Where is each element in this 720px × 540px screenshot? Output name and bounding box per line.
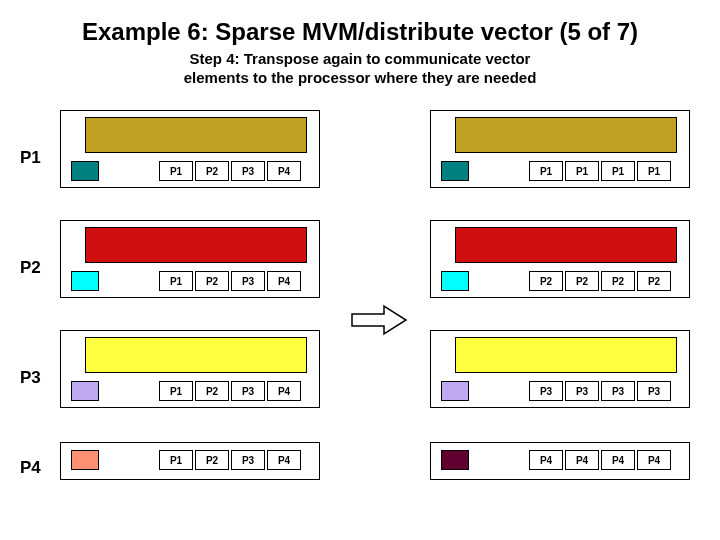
right-panel-p1: P1 P1 P1 P1 (430, 110, 690, 188)
cell: P4 (267, 450, 301, 470)
cell-row: P1 P1 P1 P1 (441, 161, 683, 183)
left-panel-p4: P1 P2 P3 P4 (60, 442, 320, 480)
chip-p3 (441, 381, 469, 401)
cell-row: P4 P4 P4 P4 (441, 450, 683, 472)
row-label-p4: P4 (20, 458, 41, 478)
cell: P1 (159, 381, 193, 401)
slide-title: Example 6: Sparse MVM/distribute vector … (0, 18, 720, 46)
cell: P1 (159, 271, 193, 291)
cell-row: P1 P2 P3 P4 (71, 161, 313, 183)
chip-p3 (71, 381, 99, 401)
big-bar-p1-right (455, 117, 677, 153)
cell: P3 (231, 161, 265, 181)
chip-p2 (441, 271, 469, 291)
cell: P4 (529, 450, 563, 470)
cell: P2 (195, 450, 229, 470)
cell: P1 (529, 161, 563, 181)
cell: P4 (565, 450, 599, 470)
cell: P4 (637, 450, 671, 470)
right-panel-p2: P2 P2 P2 P2 (430, 220, 690, 298)
big-bar-p3-right (455, 337, 677, 373)
cell: P4 (601, 450, 635, 470)
cell: P3 (637, 381, 671, 401)
row-label-p1: P1 (20, 148, 41, 168)
chip-p2 (71, 271, 99, 291)
cell: P2 (195, 161, 229, 181)
subtitle-line-2: elements to the processor where they are… (184, 69, 537, 86)
big-bar-p1-left (85, 117, 307, 153)
right-panel-p3: P3 P3 P3 P3 (430, 330, 690, 408)
cell-row: P1 P2 P3 P4 (71, 450, 313, 472)
cell: P4 (267, 381, 301, 401)
right-panel-p4: P4 P4 P4 P4 (430, 442, 690, 480)
row-label-p2: P2 (20, 258, 41, 278)
cell: P2 (637, 271, 671, 291)
cell: P3 (231, 450, 265, 470)
cell: P1 (601, 161, 635, 181)
cell: P2 (565, 271, 599, 291)
chip-p4 (71, 450, 99, 470)
big-bar-p2-left (85, 227, 307, 263)
big-bar-p3-left (85, 337, 307, 373)
cell-row: P2 P2 P2 P2 (441, 271, 683, 293)
row-label-p3: P3 (20, 368, 41, 388)
cell-row: P1 P2 P3 P4 (71, 381, 313, 403)
arrow-icon (350, 300, 410, 340)
left-panel-p2: P1 P2 P3 P4 (60, 220, 320, 298)
subtitle-line-1: Step 4: Transpose again to communicate v… (190, 50, 531, 67)
cell: P1 (159, 161, 193, 181)
cell: P1 (565, 161, 599, 181)
chip-p4 (441, 450, 469, 470)
cell: P3 (565, 381, 599, 401)
cell: P2 (195, 271, 229, 291)
slide-subtitle: Step 4: Transpose again to communicate v… (0, 50, 720, 88)
cell: P3 (231, 271, 265, 291)
left-panel-p1: P1 P2 P3 P4 (60, 110, 320, 188)
cell: P4 (267, 161, 301, 181)
chip-p1 (441, 161, 469, 181)
cell-row: P3 P3 P3 P3 (441, 381, 683, 403)
cell: P2 (195, 381, 229, 401)
cell: P3 (231, 381, 265, 401)
left-panel-p3: P1 P2 P3 P4 (60, 330, 320, 408)
cell-row: P1 P2 P3 P4 (71, 271, 313, 293)
cell: P2 (601, 271, 635, 291)
cell: P1 (159, 450, 193, 470)
cell: P2 (529, 271, 563, 291)
cell: P1 (637, 161, 671, 181)
cell: P4 (267, 271, 301, 291)
chip-p1 (71, 161, 99, 181)
slide: Example 6: Sparse MVM/distribute vector … (0, 0, 720, 540)
cell: P3 (529, 381, 563, 401)
svg-marker-0 (352, 306, 406, 334)
big-bar-p2-right (455, 227, 677, 263)
cell: P3 (601, 381, 635, 401)
